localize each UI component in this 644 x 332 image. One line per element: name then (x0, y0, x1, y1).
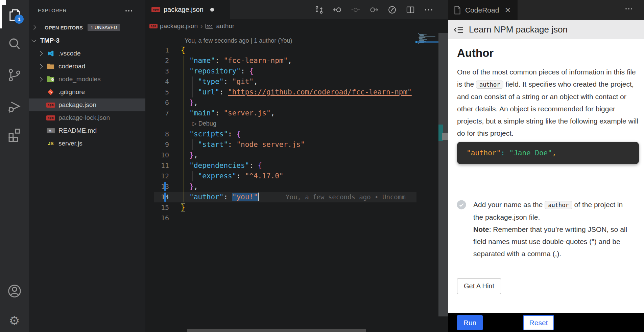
codelens-debug[interactable]: ▷ Debug (154, 118, 416, 129)
breadcrumb-file[interactable]: package.json (160, 22, 198, 30)
text-cursor (258, 193, 259, 201)
code-line-15[interactable]: 15} (154, 202, 416, 213)
chevron-right-icon (31, 25, 36, 30)
minimap[interactable] (417, 33, 438, 48)
gear-icon: ⚙ (9, 315, 20, 327)
step-forward-icon[interactable] (369, 5, 379, 15)
accounts-button[interactable] (0, 281, 29, 301)
npm-file-icon: npm (149, 22, 158, 30)
chevron-right-icon: › (200, 22, 202, 30)
npm-file-icon: npm (151, 5, 160, 14)
line-number: 14 (154, 192, 169, 202)
editor-more-icon[interactable] (424, 5, 433, 15)
sidebar-title: EXPLORER (38, 7, 67, 13)
horizontal-scrollbar[interactable] (187, 329, 366, 332)
close-icon[interactable]: ✕ (504, 6, 511, 15)
code-snippet-block: "author": "Jane Doe", (457, 142, 639, 164)
code-line-12[interactable]: 12 "express": "^4.17.0" (154, 171, 416, 181)
unsaved-badge: 1 UNSAVED (88, 24, 120, 31)
line-number: 7 (154, 108, 169, 118)
tab-package-json[interactable]: npm package.json (145, 0, 230, 19)
chevron-right-icon (38, 51, 43, 56)
run-debug-activity-button[interactable] (0, 96, 29, 117)
extensions-activity-button[interactable] (0, 125, 29, 145)
reset-button[interactable]: Reset (523, 315, 554, 330)
workspace-root-row[interactable]: TMP-3 (29, 34, 145, 47)
file-row--gitignore[interactable]: .gitignore (29, 86, 145, 98)
git-icon (47, 88, 54, 96)
explorer-activity-button[interactable] (0, 5, 29, 25)
svg-text:js: js (51, 79, 54, 81)
code-line-8[interactable]: 8 "scripts": { (154, 129, 416, 139)
split-editor-icon[interactable] (406, 5, 415, 15)
inline-blame: You, a few seconds ago • Uncomm (286, 192, 406, 202)
code-line-7[interactable]: 7 "main": "server.js", (154, 108, 416, 118)
run-button[interactable]: Run (457, 315, 483, 330)
tab-coderoad[interactable]: CodeRoad ✕ (448, 0, 518, 20)
code-line-2[interactable]: 2 "name": "fcc-learn-npm", (154, 56, 416, 66)
npm-icon: npm (46, 115, 55, 120)
code-line-1[interactable]: 1{ (154, 45, 416, 56)
search-icon (7, 37, 22, 51)
code-line-4[interactable]: 4 "type": "git", (154, 76, 416, 87)
chevron-down-icon (31, 38, 36, 42)
file-label: node_modules (58, 75, 101, 83)
breadcrumb-symbol[interactable]: author (216, 22, 234, 30)
code-line-6[interactable]: 6 }, (154, 97, 416, 108)
file-row-readme-md[interactable]: M↓README.md (29, 124, 145, 137)
modified-dot-icon[interactable] (210, 8, 214, 12)
code-line-9[interactable]: 9 "start": "node server.js" (154, 139, 416, 150)
code-line-10[interactable]: 10 }, (154, 150, 416, 160)
compare-changes-icon[interactable] (314, 5, 324, 15)
coderoad-content: Author One of the most common pieces of … (448, 39, 644, 313)
line-number: 3 (154, 66, 169, 76)
webview-file-icon (454, 6, 461, 15)
coderoad-footer: Run Reset (448, 313, 644, 332)
file-label: .vscode (58, 50, 80, 57)
lesson-paragraph: One of the most common pieces of informa… (457, 66, 640, 139)
codelens-authors[interactable]: You, a few seconds ago | 1 author (You) (185, 37, 292, 44)
lesson-heading: Author (457, 47, 494, 60)
collapse-menu-icon[interactable] (453, 25, 464, 34)
file-label: .gitignore (58, 88, 85, 96)
tab-label: package.json (164, 6, 204, 14)
line-number: 13 (154, 181, 169, 192)
code-line-16[interactable]: 16 (154, 213, 416, 223)
code-line-11[interactable]: 11 "dependencies": { (154, 160, 416, 171)
inline-code-chip: author (476, 81, 503, 89)
code-line-3[interactable]: 3 "repository": { (154, 66, 416, 76)
line-number: 9 (154, 139, 169, 150)
code-lines[interactable]: 1{2 "name": "fcc-learn-npm",3 "repositor… (154, 45, 416, 223)
account-icon (7, 283, 22, 299)
file-row-package-lock-json[interactable]: npmpackage-lock.json (29, 111, 145, 124)
line-number: 5 (154, 87, 169, 97)
file-row-node-modules[interactable]: jsnode_modules (29, 73, 145, 86)
extensions-icon (7, 127, 22, 142)
run-and-debug-icon (7, 99, 22, 114)
file-row--vscode[interactable]: .vscode (29, 47, 145, 60)
code-line-13[interactable]: 13 }, (154, 181, 416, 192)
source-control-activity-button[interactable] (0, 65, 29, 85)
open-editors-label: OPEN EDITORS (45, 25, 83, 30)
settings-button[interactable]: ⚙ (0, 311, 29, 331)
get-hint-button[interactable]: Get A Hint (457, 278, 501, 294)
search-activity-button[interactable] (0, 34, 29, 54)
modified-line-indicator (164, 193, 166, 202)
file-label: package.json (58, 101, 96, 109)
code-line-14[interactable]: 14 "author": "you!"You, a few seconds ag… (154, 192, 416, 202)
file-row-coderoad[interactable]: coderoad (29, 60, 145, 73)
step-back-icon[interactable] (333, 5, 342, 15)
run-status-icon[interactable] (387, 5, 397, 15)
explorer-more-icon[interactable] (125, 7, 133, 14)
code-editor[interactable]: You, a few seconds ago | 1 author (You) … (154, 33, 416, 329)
minimap-modified-marker (415, 41, 417, 43)
line-number: 4 (154, 76, 169, 87)
file-row-server-js[interactable]: JSserver.js (29, 137, 145, 150)
file-row-package-json[interactable]: npmpackage.json (29, 98, 145, 111)
open-editors-section[interactable]: OPEN EDITORS 1 UNSAVED (29, 22, 145, 33)
code-line-5[interactable]: 5 "url": "https://github.com/coderoad/fc… (154, 87, 416, 97)
line-number: 12 (154, 171, 169, 181)
breakpoint-icon[interactable] (351, 5, 360, 15)
coderoad-more-icon[interactable] (625, 5, 633, 12)
markdown-icon: M↓ (47, 128, 55, 133)
